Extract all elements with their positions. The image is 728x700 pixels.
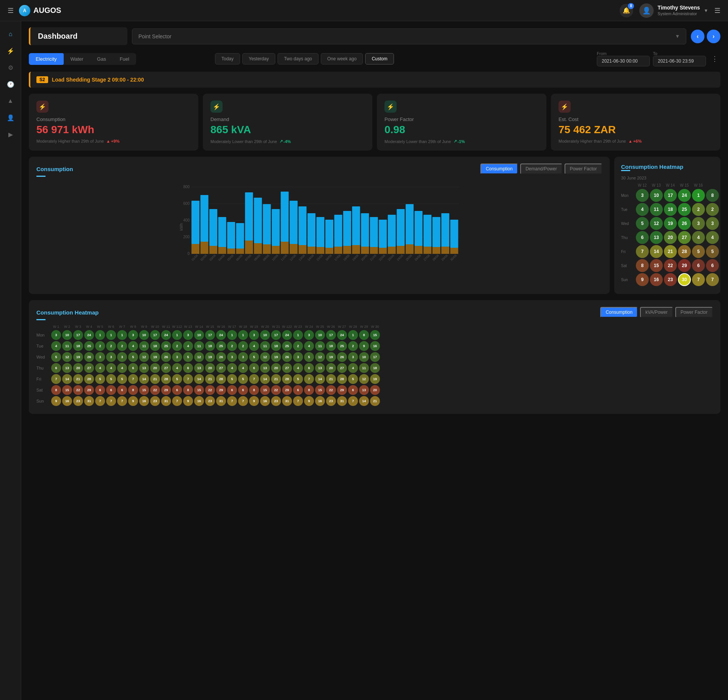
list-item[interactable]: 22 <box>150 385 160 395</box>
list-item[interactable]: 19 <box>150 352 160 362</box>
list-item[interactable]: 2 <box>348 341 358 351</box>
list-item[interactable]: 3 <box>117 352 127 362</box>
time-btn-today[interactable]: Today <box>215 53 240 64</box>
list-item[interactable]: 13 <box>359 385 369 395</box>
list-item[interactable]: 11 <box>62 341 72 351</box>
list-item[interactable]: 17 <box>271 330 281 340</box>
tab-water[interactable]: Water <box>64 53 90 65</box>
list-item[interactable]: 11 <box>194 341 204 351</box>
sidebar-item-upload[interactable]: ▲ <box>4 94 17 108</box>
list-item[interactable]: 16 <box>62 396 72 406</box>
list-item[interactable]: 22 <box>73 385 83 395</box>
list-item[interactable]: 21 <box>271 374 281 384</box>
list-item[interactable]: 5 <box>95 374 105 384</box>
list-item[interactable]: 16 <box>194 396 204 406</box>
list-item[interactable]: 17 <box>73 330 83 340</box>
from-date-input[interactable]: 2021-06-30 00:00 <box>597 56 650 66</box>
list-item[interactable]: 25 <box>337 341 347 351</box>
list-item[interactable]: 4 <box>238 363 248 373</box>
list-item[interactable]: 16 <box>370 341 380 351</box>
list-item[interactable]: 25 <box>282 341 292 351</box>
list-item[interactable]: 2 <box>117 341 127 351</box>
list-item[interactable]: 6 <box>183 363 193 373</box>
list-item[interactable]: 27 <box>161 363 171 373</box>
list-item[interactable]: 17 <box>326 330 336 340</box>
list-item[interactable]: 17 <box>205 330 215 340</box>
list-item[interactable]: 29 <box>337 385 347 395</box>
list-item[interactable]: 3 <box>293 352 303 362</box>
list-item[interactable]: 6 <box>95 385 105 395</box>
nav-prev-button[interactable]: ‹ <box>691 30 704 43</box>
list-item[interactable]: 12 <box>139 352 149 362</box>
list-item[interactable]: 20 <box>150 363 160 373</box>
list-item[interactable]: 1 <box>172 330 182 340</box>
from-date-field[interactable]: From 2021-06-30 00:00 <box>597 51 650 66</box>
tab-gas[interactable]: Gas <box>90 53 113 65</box>
sidebar-item-play[interactable]: ▶ <box>4 127 17 141</box>
list-item[interactable]: 10 <box>62 330 72 340</box>
list-item[interactable]: 1 <box>95 330 105 340</box>
list-item[interactable]: 6 <box>238 385 248 395</box>
list-item[interactable]: 14 <box>62 374 72 384</box>
list-item[interactable]: 2 <box>172 341 182 351</box>
list-item[interactable]: 8 <box>183 385 193 395</box>
list-item[interactable]: 16 <box>139 396 149 406</box>
list-item[interactable]: 9 <box>128 396 138 406</box>
hamburger-menu-icon[interactable]: ☰ <box>8 6 14 15</box>
list-item[interactable]: 28 <box>216 374 226 384</box>
list-item[interactable]: 13 <box>139 363 149 373</box>
list-item[interactable]: 4 <box>227 363 237 373</box>
list-item[interactable]: 4 <box>183 341 193 351</box>
list-item[interactable]: 7 <box>95 396 105 406</box>
list-item[interactable]: 17 <box>150 330 160 340</box>
list-item[interactable]: 4 <box>249 341 259 351</box>
chart-tab-powerfactor[interactable]: Power Factor <box>565 164 602 174</box>
list-item[interactable]: 3 <box>95 352 105 362</box>
list-item[interactable]: 3 <box>106 352 116 362</box>
list-item[interactable]: 5 <box>117 374 127 384</box>
list-item[interactable]: 9 <box>249 396 259 406</box>
list-item[interactable]: 18 <box>271 341 281 351</box>
list-item[interactable]: 3 <box>172 352 182 362</box>
list-item[interactable]: 1 <box>348 330 358 340</box>
list-item[interactable]: 13 <box>62 363 72 373</box>
list-item[interactable]: 6 <box>348 385 358 395</box>
list-item[interactable]: 19 <box>205 352 215 362</box>
list-item[interactable]: 5 <box>172 374 182 384</box>
list-item[interactable]: 28 <box>282 374 292 384</box>
list-item[interactable]: 20 <box>271 363 281 373</box>
list-item[interactable]: 6 <box>293 385 303 395</box>
list-item[interactable]: 16 <box>315 396 325 406</box>
list-item[interactable]: 23 <box>150 396 160 406</box>
list-item[interactable]: 4 <box>172 363 182 373</box>
list-item[interactable]: 20 <box>73 363 83 373</box>
list-item[interactable]: 13 <box>315 363 325 373</box>
list-item[interactable]: 1 <box>293 330 303 340</box>
list-item[interactable]: 14 <box>139 374 149 384</box>
time-btn-yesterday[interactable]: Yesterday <box>242 53 275 64</box>
list-item[interactable]: 29 <box>161 385 171 395</box>
sidebar-item-user[interactable]: 👤 <box>4 111 17 124</box>
list-item[interactable]: 12 <box>315 352 325 362</box>
user-profile[interactable]: 👤 Timothy Stevens System Administrator ▼ <box>639 3 708 18</box>
list-item[interactable]: 25 <box>216 341 226 351</box>
time-btn-custom[interactable]: Custom <box>365 53 394 64</box>
list-item[interactable]: 7 <box>304 374 314 384</box>
list-item[interactable]: 5 <box>106 374 116 384</box>
list-item[interactable]: 28 <box>337 374 347 384</box>
tab-electricity[interactable]: Electricity <box>29 53 64 65</box>
list-item[interactable]: 18 <box>73 341 83 351</box>
list-item[interactable]: 1 <box>227 330 237 340</box>
chart-tab-demand[interactable]: Demand/Power <box>520 164 562 174</box>
list-item[interactable]: 21 <box>150 374 160 384</box>
more-options-button[interactable]: ⋮ <box>709 53 720 64</box>
list-item[interactable]: 24 <box>161 330 171 340</box>
list-item[interactable]: 6 <box>249 363 259 373</box>
list-item[interactable]: 20 <box>370 385 380 395</box>
list-item[interactable]: 2 <box>238 341 248 351</box>
list-item[interactable]: 6 <box>117 385 127 395</box>
list-item[interactable]: 13 <box>194 363 204 373</box>
list-item[interactable]: 4 <box>293 363 303 373</box>
nav-next-button[interactable]: › <box>707 30 720 43</box>
list-item[interactable]: 6 <box>106 385 116 395</box>
